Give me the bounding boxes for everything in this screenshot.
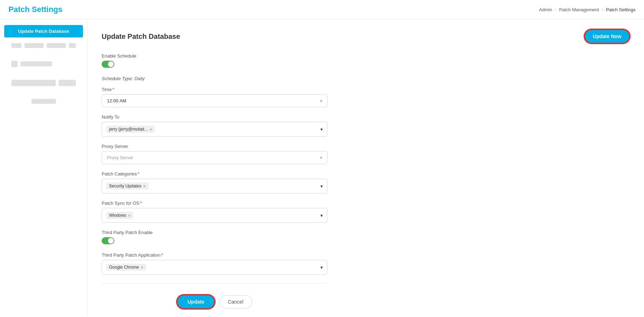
- third-party-app-select[interactable]: Google Chrome × ▾: [102, 260, 327, 275]
- patch-sync-os-required-marker: *: [140, 201, 142, 206]
- update-button[interactable]: Update: [177, 295, 215, 309]
- time-chevron-icon: ▾: [320, 98, 322, 103]
- third-party-app-tags: Google Chrome ×: [106, 264, 146, 271]
- tag-windows-remove[interactable]: ×: [128, 213, 131, 218]
- page-title: Patch Settings: [8, 5, 62, 14]
- sidebar-skeleton-2: [4, 58, 83, 76]
- main-layout: Update Patch Database: [0, 19, 644, 316]
- third-party-app-chevron-icon: ▾: [320, 265, 323, 270]
- schedule-type-label: Schedule Type: Daily: [102, 76, 327, 81]
- patch-categories-required-marker: *: [138, 171, 139, 177]
- top-header: Patch Settings Admin › Patch Management …: [0, 0, 644, 19]
- time-group: Time* 12:00 AM ▾: [102, 87, 327, 107]
- enable-schedule-group: Enable Schedule: [102, 53, 327, 69]
- proxy-chevron-icon: ▾: [320, 155, 322, 160]
- sidebar: Update Patch Database: [0, 19, 88, 316]
- sidebar-skeleton-3: [4, 77, 83, 95]
- enable-schedule-label: Enable Schedule: [102, 53, 327, 59]
- notify-to-tags: jerry (jerry@motad... ×: [106, 126, 155, 133]
- proxy-server-label: Proxy Server: [102, 144, 327, 149]
- breadcrumb-sep-1: ›: [555, 7, 556, 12]
- breadcrumb-admin[interactable]: Admin: [539, 7, 552, 12]
- notify-to-group: Notify To jerry (jerry@motad... × ▾: [102, 114, 327, 137]
- tag-google-chrome-remove[interactable]: ×: [141, 265, 144, 270]
- cancel-button[interactable]: Cancel: [219, 295, 252, 309]
- third-party-app-label: Third Party Patch Application*: [102, 252, 327, 258]
- patch-categories-group: Patch Categories* Security Updates × ▾: [102, 171, 327, 193]
- content-section-title: Update Patch Database: [102, 32, 180, 41]
- patch-categories-tags: Security Updates ×: [106, 183, 149, 190]
- proxy-server-group: Proxy Server Proxy Server ▾: [102, 144, 327, 164]
- proxy-server-select[interactable]: Proxy Server ▾: [102, 151, 327, 164]
- patch-database-form: Enable Schedule Schedule Type: Daily Tim…: [102, 53, 327, 309]
- content-area: Update Patch Database Update Now Enable …: [88, 19, 644, 316]
- proxy-server-value: Proxy Server: [107, 155, 133, 160]
- patch-categories-label: Patch Categories*: [102, 171, 327, 177]
- patch-categories-chevron-icon: ▾: [320, 184, 323, 189]
- form-footer: Update Cancel: [102, 292, 327, 309]
- tag-windows-text: Windows: [109, 213, 126, 218]
- notify-chevron-icon: ▾: [320, 127, 323, 132]
- sidebar-item-update-patch-database[interactable]: Update Patch Database: [4, 25, 83, 37]
- patch-sync-os-label: Patch Sync for OS*: [102, 201, 327, 206]
- breadcrumb-patch-settings: Patch Settings: [606, 7, 636, 12]
- breadcrumb: Admin › Patch Management › Patch Setting…: [539, 7, 636, 12]
- tag-security-updates-text: Security Updates: [109, 184, 141, 189]
- notify-to-select[interactable]: jerry (jerry@motad... × ▾: [102, 122, 327, 137]
- third-party-enable-toggle[interactable]: [102, 237, 114, 244]
- sidebar-skeleton-1: [4, 40, 83, 56]
- enable-schedule-toggle[interactable]: [102, 61, 114, 68]
- patch-sync-os-tags: Windows ×: [106, 212, 133, 219]
- patch-sync-os-chevron-icon: ▾: [320, 213, 323, 218]
- third-party-app-group: Third Party Patch Application* Google Ch…: [102, 252, 327, 275]
- notify-tag-jerry: jerry (jerry@motad... ×: [106, 126, 155, 133]
- notify-tag-jerry-remove[interactable]: ×: [150, 127, 152, 132]
- breadcrumb-sep-2: ›: [602, 7, 603, 12]
- patch-sync-os-group: Patch Sync for OS* Windows × ▾: [102, 201, 327, 223]
- tag-google-chrome-text: Google Chrome: [109, 265, 139, 270]
- time-value: 12:00 AM: [107, 98, 126, 103]
- patch-sync-os-select[interactable]: Windows × ▾: [102, 208, 327, 223]
- content-header: Update Patch Database Update Now: [102, 29, 630, 43]
- tag-windows: Windows ×: [106, 212, 133, 219]
- time-label: Time*: [102, 87, 327, 92]
- sidebar-skeleton-4: [4, 96, 83, 109]
- time-required-marker: *: [112, 87, 114, 92]
- tag-security-updates-remove[interactable]: ×: [143, 184, 146, 189]
- third-party-enable-group: Third Party Patch Enable: [102, 230, 327, 245]
- breadcrumb-patch-management[interactable]: Patch Management: [559, 7, 599, 12]
- update-now-button[interactable]: Update Now: [584, 29, 630, 43]
- tag-google-chrome: Google Chrome ×: [106, 264, 146, 271]
- tag-security-updates: Security Updates ×: [106, 183, 149, 190]
- time-select[interactable]: 12:00 AM ▾: [102, 94, 327, 107]
- notify-tag-jerry-text: jerry (jerry@motad...: [109, 127, 148, 132]
- form-divider: [102, 283, 327, 283]
- third-party-enable-label: Third Party Patch Enable: [102, 230, 327, 235]
- notify-to-label: Notify To: [102, 114, 327, 120]
- third-party-app-required-marker: *: [161, 252, 163, 258]
- patch-categories-select[interactable]: Security Updates × ▾: [102, 179, 327, 193]
